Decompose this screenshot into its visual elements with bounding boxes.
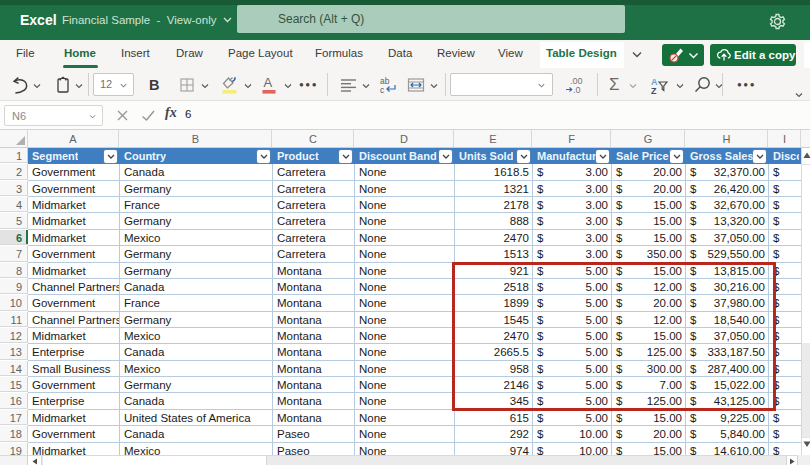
svg-text:A: A — [263, 75, 272, 90]
svg-text:Z: Z — [651, 85, 657, 94]
svg-text:.0: .0 — [573, 85, 581, 95]
